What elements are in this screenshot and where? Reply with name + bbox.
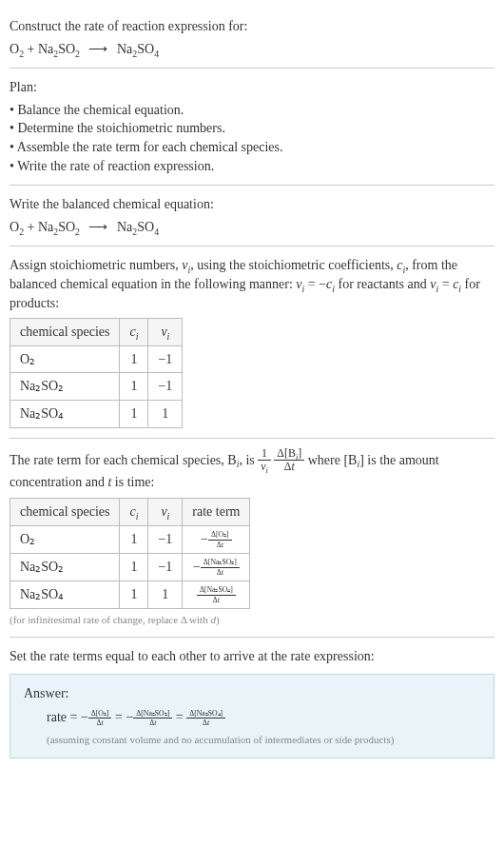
answer-box: Answer: rate = −Δ[O₂]Δt = −Δ[Na₂SO₂]Δt =…	[10, 674, 494, 758]
cell-species: O₂	[10, 525, 120, 553]
cell-c: 1	[120, 345, 148, 373]
set-equal-text: Set the rate terms equal to each other t…	[10, 647, 494, 666]
rate-term-text: The rate term for each chemical species,…	[10, 448, 494, 492]
answer-title: Answer:	[24, 684, 480, 703]
col-rate-term: rate term	[183, 498, 250, 525]
cell-nu: 1	[148, 581, 183, 608]
cell-c: 1	[120, 581, 148, 608]
col-species: chemical species	[10, 319, 120, 346]
problem-section: Construct the rate of reaction expressio…	[10, 8, 494, 69]
table-row: O₂ 1 −1 −Δ[O₂]Δt	[10, 525, 250, 553]
col-nui: νi	[148, 498, 183, 525]
col-species: chemical species	[10, 498, 120, 525]
cell-c: 1	[120, 400, 148, 427]
reaction-arrow: ⟶	[88, 40, 107, 59]
problem-title: Construct the rate of reaction expressio…	[10, 17, 494, 36]
rate-term-section: The rate term for each chemical species,…	[10, 439, 494, 638]
product-na2so4: Na2SO4	[117, 42, 159, 56]
table-row: O₂ 1 −1	[10, 345, 183, 373]
balanced-equation: O2 + Na2SO2 ⟶ Na2SO4	[10, 218, 494, 237]
answer-rate-expression: rate = −Δ[O₂]Δt = −Δ[Na₂SO₂]Δt = Δ[Na₂SO…	[47, 708, 480, 727]
cell-c: 1	[120, 553, 148, 581]
cell-species: Na₂SO₄	[10, 581, 120, 608]
cell-rate-term: Δ[Na₂SO₄]Δt	[183, 581, 250, 608]
table-row: Na₂SO₄ 1 1 Δ[Na₂SO₄]Δt	[10, 581, 250, 608]
final-section: Set the rate terms equal to each other t…	[10, 638, 494, 768]
table-row: Na₂SO₄ 1 1	[10, 400, 183, 427]
plan-section: Plan: • Balance the chemical equation. •…	[10, 69, 494, 186]
plan-item: • Write the rate of reaction expression.	[10, 157, 494, 176]
answer-note: (assuming constant volume and no accumul…	[47, 733, 480, 747]
cell-nu: −1	[148, 553, 183, 581]
col-ci: ci	[120, 498, 148, 525]
frac-one-over-nu: 1 νi	[258, 448, 271, 474]
plan-item: • Determine the stoichiometric numbers.	[10, 119, 494, 138]
cell-rate-term: −Δ[O₂]Δt	[183, 525, 250, 553]
plan-item: • Assemble the rate term for each chemic…	[10, 138, 494, 157]
balanced-section: Write the balanced chemical equation: O2…	[10, 186, 494, 246]
table-header-row: chemical species ci νi rate term	[10, 498, 250, 525]
table-header-row: chemical species ci νi	[10, 319, 183, 346]
reactant-o2: O2	[10, 42, 24, 56]
cell-nu: −1	[148, 525, 183, 553]
cell-nu: −1	[148, 373, 183, 401]
stoich-text: Assign stoichiometric numbers, νi, using…	[10, 256, 494, 312]
cell-species: O₂	[10, 345, 120, 373]
plan-item: • Balance the chemical equation.	[10, 101, 494, 120]
unbalanced-equation: O2 + Na2SO2 ⟶ Na2SO4	[10, 40, 494, 59]
table-row: Na₂SO₂ 1 −1 −Δ[Na₂SO₂]Δt	[10, 553, 250, 581]
cell-species: Na₂SO₂	[10, 373, 120, 401]
frac-dbi-dt: Δ[Bi] Δt	[274, 448, 304, 474]
cell-species: Na₂SO₂	[10, 553, 120, 581]
cell-species: Na₂SO₄	[10, 400, 120, 427]
col-ci: ci	[120, 319, 148, 346]
cell-nu: 1	[148, 400, 183, 427]
infinitesimal-note: (for infinitesimal rate of change, repla…	[10, 613, 494, 627]
balanced-heading: Write the balanced chemical equation:	[10, 195, 494, 214]
stoich-table: chemical species ci νi O₂ 1 −1 Na₂SO₂ 1 …	[10, 318, 183, 427]
cell-nu: −1	[148, 345, 183, 373]
cell-rate-term: −Δ[Na₂SO₂]Δt	[183, 553, 250, 581]
cell-c: 1	[120, 525, 148, 553]
plan-list: • Balance the chemical equation. • Deter…	[10, 101, 494, 175]
table-row: Na₂SO₂ 1 −1	[10, 373, 183, 401]
stoich-section: Assign stoichiometric numbers, νi, using…	[10, 246, 494, 438]
plan-heading: Plan:	[10, 78, 494, 97]
rate-term-table: chemical species ci νi rate term O₂ 1 −1…	[10, 498, 250, 609]
reaction-arrow: ⟶	[88, 218, 107, 237]
cell-c: 1	[120, 373, 148, 401]
col-nui: νi	[148, 319, 183, 346]
